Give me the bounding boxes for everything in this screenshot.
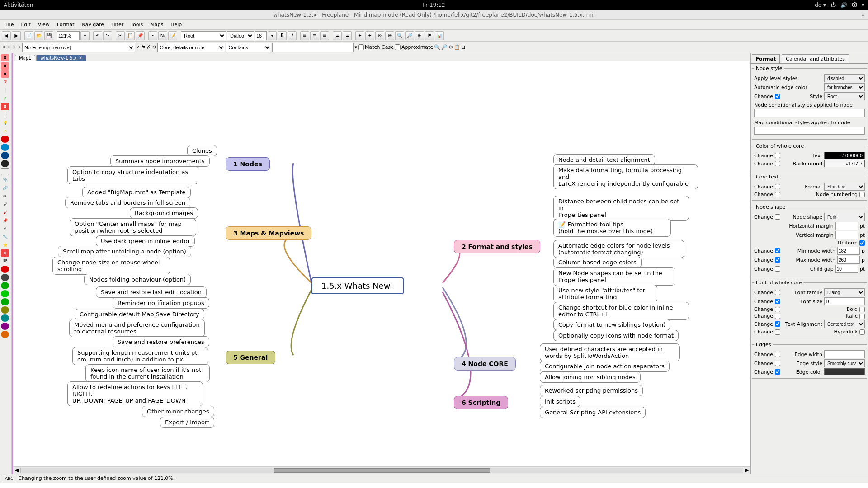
icon-btn[interactable]	[1, 144, 9, 151]
leaf-node[interactable]: Option "Center small maps" for map posit…	[70, 218, 196, 236]
change-check[interactable]	[775, 214, 780, 220]
leaf-node[interactable]: Remove tabs and borders in full screen	[65, 197, 190, 208]
icon-btn[interactable]	[1, 136, 9, 143]
filter-scope-select[interactable]: Core, details or note	[157, 43, 225, 52]
hyperlink-check[interactable]	[859, 329, 865, 335]
calendar-tab[interactable]: Calendar and attributes	[782, 54, 849, 63]
window-close-button[interactable]: ✕	[861, 12, 865, 18]
branch-maps[interactable]: 3 Maps & Mapviews	[226, 226, 311, 240]
icon-btn[interactable]: 🏴	[1, 258, 9, 265]
lang-indicator[interactable]: de ▾	[815, 2, 826, 8]
tb-icon-6[interactable]: 🔎	[405, 31, 414, 40]
change-check[interactable]	[775, 352, 780, 357]
tb-icon-9[interactable]: 📊	[435, 31, 444, 40]
font-family-select[interactable]: Dialog	[824, 288, 865, 296]
number-button[interactable]: №	[158, 31, 167, 40]
uniform-check[interactable]	[859, 240, 865, 246]
note-button[interactable]: 📝	[168, 31, 177, 40]
leaf-node[interactable]: General Scripting API extensions	[540, 407, 646, 418]
leaf-node[interactable]: Save and restore last edit location	[96, 286, 207, 298]
bold-button[interactable]: B	[278, 31, 287, 40]
icon-btn[interactable]: ℹ	[1, 111, 9, 118]
font-size-input[interactable]	[255, 31, 267, 40]
branch-nodecore[interactable]: 4 Node CORE	[454, 357, 516, 371]
edge-width-input[interactable]	[824, 350, 865, 358]
text-color-swatch[interactable]: #000000	[824, 152, 865, 159]
change-check[interactable]	[775, 153, 780, 158]
branch-general[interactable]: 5 General	[226, 351, 275, 364]
leaf-node[interactable]: Automatic edge colors for node levels (a…	[553, 240, 684, 258]
tb-icon-8[interactable]: ⚑	[425, 31, 434, 40]
icon-btn[interactable]	[1, 282, 9, 289]
tb-icon-1[interactable]: ✦	[355, 31, 364, 40]
cut-button[interactable]: ✂	[116, 31, 125, 40]
tb-icon-4[interactable]: ⊕	[385, 31, 394, 40]
filter-search-input[interactable]	[272, 43, 354, 52]
find-next-button[interactable]: 🔎	[441, 44, 448, 50]
close-tab-icon[interactable]: ✕	[79, 56, 82, 61]
icon-btn[interactable]	[1, 290, 9, 297]
tb-icon-7[interactable]: ⚙	[415, 31, 424, 40]
map-cond-styles-box[interactable]	[754, 127, 865, 135]
text-align-select[interactable]: Centered text	[824, 320, 865, 328]
leaf-node[interactable]: Copy format to new siblings (option)	[553, 319, 670, 330]
h-margin-input[interactable]	[835, 222, 858, 230]
leaf-node[interactable]: Added "BigMap.mm" as Template	[82, 187, 191, 198]
italic-check[interactable]	[859, 314, 865, 319]
icon-btn[interactable]: ✏	[1, 192, 9, 200]
leaf-node[interactable]: Supporting length measurement units pt, …	[72, 347, 208, 365]
map-tab-1[interactable]: Map1	[15, 55, 35, 61]
copy-button[interactable]: 📋	[126, 31, 135, 40]
auto-edge-color-select[interactable]: for branches	[824, 83, 865, 91]
icon-btn[interactable]: 📎	[1, 176, 9, 183]
filter-btn-a[interactable]: ⚑	[141, 44, 146, 50]
filter-btn-b[interactable]: ⟲	[151, 44, 156, 50]
leaf-node[interactable]: Allow joining non sibling nodes	[540, 371, 641, 383]
v-margin-input[interactable]	[835, 231, 858, 239]
leaf-node[interactable]: Optionally copy icons with node format	[553, 330, 679, 341]
next-map-button[interactable]: ▶	[12, 31, 21, 40]
style-select[interactable]: Root	[181, 31, 226, 40]
paste-button[interactable]: 📌	[136, 31, 145, 40]
node-cond-styles-box[interactable]	[754, 109, 865, 117]
change-check[interactable]	[775, 184, 780, 189]
change-check[interactable]	[775, 192, 780, 197]
leaf-node[interactable]: Configurable default Map Save Directory	[75, 309, 204, 320]
node-numbering-check[interactable]	[859, 192, 865, 197]
menu-file[interactable]: File	[2, 21, 17, 28]
activities-label[interactable]: Aktivitäten	[4, 2, 33, 8]
icon-btn[interactable]: ✖	[1, 62, 9, 70]
icon-btn[interactable]: ✖	[1, 54, 9, 61]
leaf-node[interactable]: Make data formatting, formula processing…	[553, 164, 698, 189]
approximate-checkbox[interactable]: Approximate	[395, 44, 433, 50]
volume-icon[interactable]: 🔊	[840, 2, 847, 8]
leaf-node[interactable]: Nodes folding behaviour (option)	[84, 274, 191, 285]
filter-btn-1[interactable]: ✦	[2, 44, 6, 50]
leaf-node[interactable]: Save and restore preferences	[113, 336, 209, 347]
icon-btn[interactable]: 📌	[1, 217, 9, 224]
cloud-color-button[interactable]: ☁	[343, 31, 352, 40]
zoom-dropdown[interactable]: ▾	[80, 31, 90, 40]
new-button[interactable]: 📄	[24, 31, 33, 40]
h-scrollbar[interactable]: ◀ ▶	[13, 466, 750, 474]
leaf-node[interactable]: Keep icon name of user icon if it's not …	[85, 364, 210, 382]
tb-icon-5[interactable]: 🔍	[395, 31, 404, 40]
icon-btn[interactable]: ❕	[1, 87, 9, 94]
leaf-node[interactable]: Reminder notification popups	[113, 297, 209, 309]
leaf-node[interactable]: Clones	[187, 145, 217, 156]
leaf-node[interactable]: Configurable join node action separators	[540, 361, 670, 372]
apply-level-select[interactable]: disabled	[824, 74, 865, 82]
icon-btn[interactable]: 💡	[1, 119, 9, 127]
icon-btn[interactable]	[1, 168, 9, 175]
child-gap-input[interactable]	[835, 265, 858, 273]
leaf-node[interactable]: Reworked scripting permissions	[540, 385, 643, 396]
tb-icon-3[interactable]: ⊗	[375, 31, 384, 40]
icon-btn[interactable]: ⚠	[1, 127, 9, 135]
change-check[interactable]	[775, 257, 780, 263]
filter-btn-d[interactable]: 📋	[454, 44, 460, 50]
filter-clear-button[interactable]: ✗	[146, 44, 151, 50]
icon-btn[interactable]: ⊗	[1, 249, 9, 257]
icon-btn[interactable]: ⭐	[1, 241, 9, 249]
bold-check[interactable]	[859, 307, 865, 312]
icon-btn[interactable]	[1, 331, 9, 338]
